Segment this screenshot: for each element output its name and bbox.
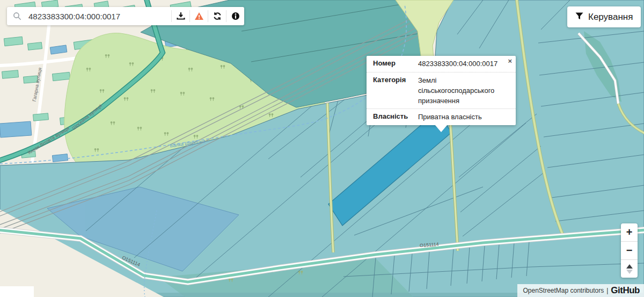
search-bar bbox=[7, 7, 244, 25]
popup-label: Номер bbox=[373, 59, 418, 69]
manage-button-label: Керування bbox=[588, 12, 633, 23]
map-canvas[interactable]: Гагарна вулиця Князя Вітовта вулиця Шосе… bbox=[0, 0, 644, 297]
triangle-down-icon bbox=[626, 270, 633, 274]
osm-attribution-link[interactable]: OpenStreetMap contributors bbox=[523, 287, 604, 294]
popup-label: Власність bbox=[373, 112, 418, 122]
zoom-controls: + − bbox=[621, 223, 638, 278]
popup-row-number: Номер 4823383300:04:000:0017 bbox=[367, 56, 516, 72]
popup-label: Категорія bbox=[373, 76, 418, 106]
attribution-separator: | bbox=[606, 287, 608, 294]
parcel-info-popup: × Номер 4823383300:04:000:0017 Категорія… bbox=[367, 56, 516, 125]
filter-funnel-icon bbox=[575, 12, 583, 23]
refresh-icon[interactable] bbox=[208, 10, 226, 22]
search-actions bbox=[171, 7, 244, 25]
attribution-bar: OpenStreetMap contributors | GitHub bbox=[517, 284, 644, 297]
popup-row-category: Категорія Землі сільськогосподарського п… bbox=[367, 72, 516, 109]
zoom-out-button[interactable]: − bbox=[621, 241, 638, 259]
popup-value: Приватна власність bbox=[418, 112, 509, 122]
popup-value: 4823383300:04:000:0017 bbox=[418, 59, 509, 69]
zoom-in-button[interactable]: + bbox=[621, 223, 638, 241]
search-icon bbox=[7, 12, 27, 20]
popup-tail bbox=[435, 125, 448, 132]
pitch-toggle-button[interactable] bbox=[621, 259, 638, 278]
download-icon[interactable] bbox=[171, 10, 189, 22]
triangle-up-icon bbox=[626, 264, 633, 269]
popup-value: Землі сільськогосподарського призначення bbox=[418, 76, 509, 106]
github-logo[interactable]: GitHub bbox=[611, 285, 640, 296]
close-icon[interactable]: × bbox=[508, 57, 512, 65]
search-input[interactable] bbox=[27, 11, 171, 21]
manage-button[interactable]: Керування bbox=[567, 6, 641, 27]
warning-icon[interactable] bbox=[189, 10, 208, 22]
popup-row-ownership: Власність Приватна власність bbox=[367, 108, 516, 125]
corner-box bbox=[0, 286, 34, 297]
info-icon[interactable] bbox=[226, 10, 244, 22]
